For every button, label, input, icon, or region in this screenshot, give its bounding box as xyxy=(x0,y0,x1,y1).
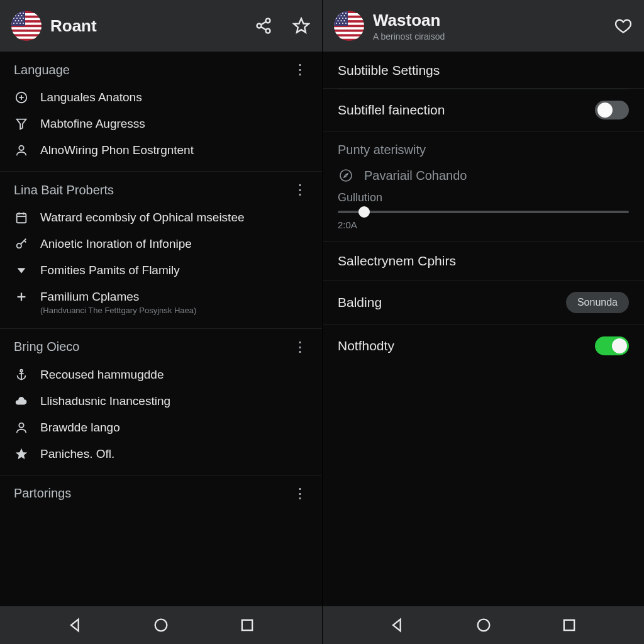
svg-point-19 xyxy=(15,20,16,21)
punty-item[interactable]: Pavariail Cohando xyxy=(323,161,644,189)
balding-chip[interactable]: Sonunda xyxy=(566,292,629,313)
svg-point-73 xyxy=(341,20,342,21)
list-item[interactable]: Paniches. Ofl. xyxy=(0,441,322,467)
svg-line-29 xyxy=(261,21,266,25)
svg-point-25 xyxy=(23,23,24,24)
list-item[interactable]: AlnoWiring Phon Eostrgntent xyxy=(0,137,322,164)
svg-marker-80 xyxy=(393,619,401,631)
nav-back-icon[interactable] xyxy=(387,614,408,636)
star-outline-icon[interactable] xyxy=(292,16,311,35)
svg-rect-59 xyxy=(334,36,364,39)
svg-point-27 xyxy=(257,24,262,28)
toggle-label: Notfhodty xyxy=(338,338,394,353)
section-title: Bring Oieco xyxy=(14,340,80,354)
svg-point-70 xyxy=(342,18,343,19)
svg-point-76 xyxy=(339,23,340,24)
section-language: Language ⋮ Languales Anatons Mabtofine A… xyxy=(0,52,322,172)
right-topbar: Wastoan A berinost ciraisod xyxy=(323,0,644,52)
more-icon[interactable]: ⋮ xyxy=(292,60,308,79)
svg-point-16 xyxy=(16,18,18,19)
list-item[interactable]: Familium Cplames (Handvuanci The Fetttga… xyxy=(0,284,322,321)
list-item-label: Paniches. Ofl. xyxy=(40,447,114,462)
list-item-label: Languales Anatons xyxy=(40,90,142,105)
list-item[interactable]: Llishadusnic Inancesting xyxy=(0,388,322,414)
svg-point-14 xyxy=(21,15,23,16)
svg-rect-57 xyxy=(334,27,364,30)
slider[interactable] xyxy=(338,211,629,213)
svg-point-68 xyxy=(336,18,337,19)
nav-recent-icon[interactable] xyxy=(558,614,580,636)
toggle-switch[interactable] xyxy=(595,101,629,119)
list-item-label: Recoused hammugdde xyxy=(40,367,164,382)
leaf-circle-icon xyxy=(338,167,354,184)
list-item[interactable]: Anioetic Inoration of Infonipe xyxy=(0,231,322,257)
list-item-label: Brawdde lango xyxy=(40,420,120,435)
list-item-label: Mabtofine Augresss xyxy=(40,116,145,131)
svg-point-61 xyxy=(336,13,337,14)
svg-point-28 xyxy=(266,29,270,33)
svg-point-9 xyxy=(16,13,18,14)
plus-circle-icon xyxy=(14,90,29,105)
svg-rect-52 xyxy=(242,620,252,630)
svg-point-17 xyxy=(19,18,21,19)
nav-home-icon[interactable] xyxy=(473,614,494,636)
svg-point-65 xyxy=(338,15,339,16)
us-flag-icon xyxy=(334,11,364,41)
svg-point-48 xyxy=(19,423,23,427)
svg-point-62 xyxy=(339,13,340,14)
us-flag-icon xyxy=(11,11,42,41)
svg-point-10 xyxy=(19,13,21,14)
plus-icon xyxy=(14,289,29,304)
share-icon[interactable] xyxy=(254,16,273,35)
right-title: Wastoan xyxy=(373,11,605,30)
svg-point-12 xyxy=(15,15,16,16)
slider-thumb[interactable] xyxy=(358,206,370,218)
svg-point-71 xyxy=(345,18,347,19)
list-item[interactable]: Watrard ecombsiy of Ophical mseistee xyxy=(0,204,322,231)
cloud-icon xyxy=(14,394,29,409)
list-item[interactable]: Recoused hammugdde xyxy=(0,362,322,388)
svg-rect-5 xyxy=(11,32,42,35)
list-item[interactable]: Fomities Pamits of Flamily xyxy=(0,257,322,284)
slider-value: 2:0A xyxy=(338,219,629,230)
nav-back-icon[interactable] xyxy=(65,614,86,636)
svg-marker-49 xyxy=(16,448,27,459)
list-item[interactable]: Mabtofine Augresss xyxy=(0,111,322,137)
left-topbar: Roant xyxy=(0,0,322,52)
left-content: Language ⋮ Languales Anatons Mabtofine A… xyxy=(0,52,322,606)
svg-point-18 xyxy=(23,18,24,19)
list-item-label: Familium Cplames xyxy=(40,289,196,304)
more-icon[interactable]: ⋮ xyxy=(292,338,308,357)
person-icon xyxy=(14,143,29,158)
list-item-label: AlnoWiring Phon Eostrgntent xyxy=(40,143,194,158)
section-title: Language xyxy=(14,63,70,77)
nav-recent-icon[interactable] xyxy=(236,614,258,636)
nav-home-icon[interactable] xyxy=(150,614,172,636)
svg-point-64 xyxy=(345,13,347,14)
left-pane: Roant Language ⋮ Languales xyxy=(0,0,322,644)
svg-point-23 xyxy=(16,23,18,24)
list-item[interactable]: Brawdde lango xyxy=(0,414,322,441)
svg-line-30 xyxy=(261,27,266,30)
subtitle-settings-heading-row: Subtiible Settings xyxy=(323,52,644,89)
svg-point-13 xyxy=(18,15,19,16)
left-title: Roant xyxy=(50,16,245,36)
right-subtitle: A berinost ciraisod xyxy=(373,31,605,42)
balding-label: Balding xyxy=(338,295,382,310)
svg-point-66 xyxy=(341,15,342,16)
heart-outline-icon[interactable] xyxy=(614,16,633,35)
svg-point-24 xyxy=(19,23,21,24)
list-item-sublabel: (Handvuanci The Fetttgary Posyjnsk Haea) xyxy=(40,306,196,315)
svg-point-79 xyxy=(340,170,352,181)
svg-point-21 xyxy=(21,20,23,21)
list-item[interactable]: Languales Anatons xyxy=(0,84,322,111)
toggle-label: Subtiflel fainection xyxy=(338,103,445,118)
left-navbar xyxy=(0,606,322,644)
more-icon[interactable]: ⋮ xyxy=(292,484,308,503)
more-icon[interactable]: ⋮ xyxy=(292,180,308,199)
list-item-label: Llishadusnic Inancesting xyxy=(40,394,170,409)
section-bring: Bring Oieco ⋮ Recoused hammugdde Llishad… xyxy=(0,329,322,475)
svg-point-78 xyxy=(345,23,347,24)
sallect-heading-row: Sallectrynem Cphirs xyxy=(323,242,644,280)
toggle-switch[interactable] xyxy=(595,336,629,355)
